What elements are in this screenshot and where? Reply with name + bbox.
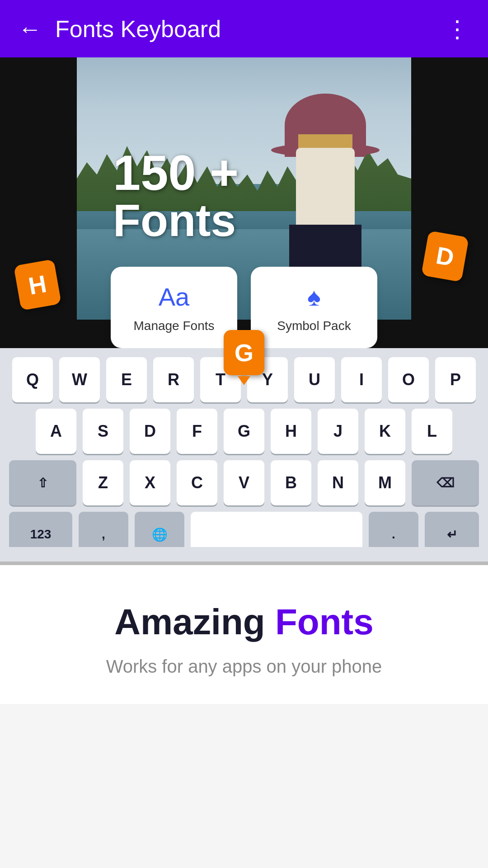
symbol-pack-card[interactable]: ♠ Symbol Pack xyxy=(251,267,377,348)
key-s[interactable]: S xyxy=(83,409,123,454)
key-p[interactable]: P xyxy=(435,357,476,402)
more-menu-button[interactable]: ⋮ xyxy=(446,15,470,42)
key-a[interactable]: A xyxy=(36,409,76,454)
key-x[interactable]: X xyxy=(130,460,170,505)
key-j[interactable]: J xyxy=(318,409,358,454)
manage-fonts-icon: Aa xyxy=(159,282,190,311)
keyboard-row-3: ⇧ Z X C V B N M ⌫ xyxy=(9,460,479,505)
keyboard-bottom-bar xyxy=(0,547,488,565)
key-o[interactable]: O xyxy=(388,357,429,402)
big-number: 150 + xyxy=(113,148,239,198)
key-u[interactable]: U xyxy=(294,357,335,402)
amazing-label: Amazing xyxy=(114,602,265,642)
page-title: Fonts Keyboard xyxy=(55,15,446,42)
symbol-pack-icon: ♠ xyxy=(307,282,321,311)
key-c[interactable]: C xyxy=(177,460,217,505)
key-f[interactable]: F xyxy=(177,409,217,454)
fonts-label: Fonts xyxy=(275,602,374,642)
key-d[interactable]: D xyxy=(130,409,170,454)
key-v[interactable]: V xyxy=(224,460,264,505)
key-h[interactable]: H xyxy=(271,409,311,454)
back-button[interactable]: ← xyxy=(18,15,42,42)
symbol-pack-label: Symbol Pack xyxy=(277,319,351,333)
amazing-fonts-heading: Amazing Fonts xyxy=(18,601,470,643)
person-figure xyxy=(276,94,375,265)
key-i[interactable]: I xyxy=(341,357,382,402)
backspace-key[interactable]: ⌫ xyxy=(412,460,479,505)
subtitle: Works for any apps on your phone xyxy=(18,656,470,677)
key-g[interactable]: G xyxy=(224,409,264,454)
bottom-section: Amazing Fonts Works for any apps on your… xyxy=(0,565,488,704)
key-r[interactable]: R xyxy=(153,357,194,402)
key-e[interactable]: E xyxy=(106,357,147,402)
key-w[interactable]: W xyxy=(59,357,100,402)
manage-fonts-card[interactable]: Aa Manage Fonts xyxy=(111,267,237,348)
hero-text: 150 + Fonts xyxy=(113,148,239,243)
keyboard-row-2: A S D F G H J K L xyxy=(9,409,479,454)
key-z[interactable]: Z xyxy=(83,460,123,505)
badge-d: D xyxy=(421,231,469,282)
key-m[interactable]: M xyxy=(365,460,405,505)
badge-h: H xyxy=(14,259,61,311)
key-q[interactable]: Q xyxy=(12,357,53,402)
hero-fonts-label: Fonts xyxy=(113,198,239,243)
key-k[interactable]: K xyxy=(365,409,405,454)
manage-fonts-label: Manage Fonts xyxy=(134,319,215,333)
shift-key[interactable]: ⇧ xyxy=(9,460,76,505)
top-bar: ← Fonts Keyboard ⋮ xyxy=(0,0,488,57)
key-n[interactable]: N xyxy=(318,460,358,505)
key-b[interactable]: B xyxy=(271,460,311,505)
badge-g: G xyxy=(224,330,264,375)
key-l[interactable]: L xyxy=(412,409,452,454)
